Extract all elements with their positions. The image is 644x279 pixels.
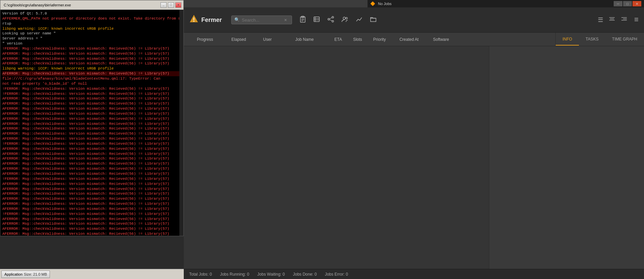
chart-icon[interactable] xyxy=(355,16,363,25)
restore-button[interactable]: □ xyxy=(168,2,174,8)
win-close-button[interactable]: ✕ xyxy=(633,1,641,6)
terminal-body: Version Of Qt: 5.7.0AFFERMER_QML_PATH no… xyxy=(0,10,183,236)
fermer-statusbar: Total Jobs: 0 Jobs Running: 0 Jobs Waiti… xyxy=(184,269,644,279)
status-total-jobs: Total Jobs: 0 xyxy=(189,272,212,277)
jobs-list-panel xyxy=(184,46,489,269)
search-box[interactable]: 🔍 ✕ xyxy=(231,16,292,24)
terminal-line: libpng warning: iCCP: known incorrect sR… xyxy=(2,26,181,31)
col-created-at[interactable]: Created At xyxy=(392,37,426,42)
win-minimize-button[interactable]: ─ xyxy=(614,1,622,6)
col-slots[interactable]: Slots xyxy=(348,37,367,42)
terminal-taskbar: Application Size: 21.0 MB xyxy=(0,269,184,279)
close-button[interactable]: ✕ xyxy=(175,2,181,8)
col-user[interactable]: User xyxy=(254,37,281,42)
align-left-icon[interactable]: ☰ xyxy=(598,16,603,24)
terminal-line: !FERROR: Msg::checkValidness: Version mi… xyxy=(2,212,181,217)
terminal-title: C:\cgi\tools\cgru\afanasy\bin\afermer.ex… xyxy=(2,3,159,7)
col-progress[interactable]: Progress xyxy=(186,37,224,42)
terminal-line: AFERROR: Msg::checkValidness: Version mi… xyxy=(2,206,181,212)
terminal-line: file:///C:/cgru/afanasy/bin/qml/BladeCon… xyxy=(2,76,181,81)
terminal-line: AFERROR: Msg::checkValidness: Version mi… xyxy=(2,182,181,187)
status-jobs-error: Jobs Error: 0 xyxy=(325,272,348,277)
svg-rect-8 xyxy=(314,17,319,22)
clipboard-icon[interactable] xyxy=(299,16,306,25)
folder-icon[interactable] xyxy=(370,16,377,25)
tab-tasks[interactable]: TASKS xyxy=(579,33,605,46)
align-icons: ☰ xyxy=(598,16,627,24)
status-jobs-waiting: Jobs Waiting: 0 xyxy=(257,272,285,277)
terminal-titlebar: C:\cgi\tools\cgru\afanasy\bin\afermer.ex… xyxy=(0,0,183,10)
terminal-line: AFERROR: Msg::checkValidness: Version mi… xyxy=(2,191,181,196)
users-icon[interactable] xyxy=(341,16,349,25)
terminal-line: Version Of Qt: 5.7.0 xyxy=(2,11,181,16)
taskbar-item-label: Application xyxy=(4,272,23,276)
terminal-line: AFERROR: Msg::checkValidness: Version mi… xyxy=(2,71,181,76)
status-jobs-running: Jobs Running: 0 xyxy=(220,272,249,277)
terminal-line: !FERROR: Msg::checkValidness: Version mi… xyxy=(2,176,181,182)
terminal-line: AFERROR: Msg::checkValidness: Version mi… xyxy=(2,126,181,131)
search-clear-icon[interactable]: ✕ xyxy=(284,17,287,23)
search-input[interactable] xyxy=(242,18,282,23)
terminal-line: AFERROR: Msg::checkValidness: Version mi… xyxy=(2,131,181,136)
terminal-line: AFERROR: Msg::checkValidness: Version mi… xyxy=(2,217,181,222)
info-panel xyxy=(489,46,644,269)
terminal-line: AFERROR: Msg::checkValidness: Version mi… xyxy=(2,201,181,206)
toolbar-icons xyxy=(299,16,377,25)
window-title: No Jobs xyxy=(378,2,391,6)
headers-tabs-row: Progress Elapsed User Job Name ETA Slots… xyxy=(184,33,644,46)
terminal-line: AFERROR: Msg::checkValidness: Version mi… xyxy=(2,161,181,166)
terminal-line: AFERROR: Msg::checkValidness: Version mi… xyxy=(2,166,181,171)
fermer-logo-text: Fermer xyxy=(201,17,222,24)
terminal-line: !FERROR: Msg::checkValidness: Version mi… xyxy=(2,141,181,146)
terminal-line: AFERROR: Msg::checkValidness: Version mi… xyxy=(2,156,181,161)
terminal-line: AFERROR: Msg::checkValidness: Version mi… xyxy=(2,221,181,226)
fermer-logo: Fermer xyxy=(189,14,222,26)
col-eta[interactable]: ETA xyxy=(328,37,348,42)
tab-time-graph[interactable]: TIME GRAPH xyxy=(605,33,644,46)
minimize-button[interactable]: _ xyxy=(160,2,167,8)
col-job-name[interactable]: Job Name xyxy=(281,37,328,42)
fermer-toolbar: Fermer 🔍 ✕ xyxy=(184,7,644,33)
col-elapsed[interactable]: Elapsed xyxy=(224,37,254,42)
terminal-line: AFERROR: Msg::checkValidness: Version mi… xyxy=(2,136,181,141)
svg-line-16 xyxy=(329,20,332,21)
svg-point-14 xyxy=(332,20,334,22)
hamburger-menu-icon[interactable]: ≡ xyxy=(634,16,639,24)
column-headers: Progress Elapsed User Job Name ETA Slots… xyxy=(184,33,555,46)
terminal-line: AFERROR: Msg::checkValidness: Version mi… xyxy=(2,116,181,121)
terminal-line: AFERROR: Msg::checkValidness: Version mi… xyxy=(2,146,181,151)
svg-point-2 xyxy=(194,21,195,22)
terminal-line: AFERROR: Msg::checkValidness: Version mi… xyxy=(2,96,181,101)
terminal-line: AFERROR: Msg::checkValidness: Version mi… xyxy=(2,111,181,116)
terminal-line: AFERROR: Msg::checkValidness: Version mi… xyxy=(2,101,181,106)
svg-point-12 xyxy=(332,16,334,18)
list-icon[interactable] xyxy=(313,16,320,25)
status-jobs-done: Jobs Done: 0 xyxy=(293,272,317,277)
terminal-line: AFERROR: Msg::checkValidness: Version mi… xyxy=(2,106,181,111)
terminal-line: AFERROR: Msg::checkValidness: Version mi… xyxy=(2,51,181,56)
svg-point-13 xyxy=(328,18,330,20)
col-priority[interactable]: Priority xyxy=(367,37,392,42)
fermer-content xyxy=(184,46,644,269)
win-restore-button[interactable]: □ xyxy=(623,1,632,6)
align-center-icon[interactable] xyxy=(609,17,615,24)
terminal-line: AFERROR: Msg::checkValidness: Version mi… xyxy=(2,231,181,236)
terminal-line: not read property 'o_blade_id' of null xyxy=(2,81,181,86)
terminal-line: !FERROR: Msg::checkValidness: Version mi… xyxy=(2,91,181,96)
terminal-scrollbar[interactable] xyxy=(179,10,183,236)
svg-point-17 xyxy=(343,17,346,19)
terminal-line: AFERROR: Msg::checkValidness: Version mi… xyxy=(2,226,181,231)
col-software[interactable]: Software xyxy=(426,37,456,42)
svg-point-18 xyxy=(346,17,348,19)
terminal-line: " version xyxy=(2,41,181,46)
terminal-line: AFERROR: Msg::checkValidness: Version mi… xyxy=(2,187,181,192)
share-icon[interactable] xyxy=(327,16,334,25)
terminal-window: C:\cgi\tools\cgru\afanasy\bin\afermer.ex… xyxy=(0,0,184,236)
fermer-logo-icon xyxy=(189,14,199,26)
taskbar-item[interactable]: Application Size: 21.0 MB xyxy=(1,271,50,278)
align-right-icon[interactable] xyxy=(621,17,627,24)
tab-info[interactable]: INFO xyxy=(556,33,579,46)
terminal-line: Server address = " xyxy=(2,36,181,41)
taskbar-item-size: Size: 21.0 MB xyxy=(24,272,47,276)
svg-line-15 xyxy=(329,18,332,19)
